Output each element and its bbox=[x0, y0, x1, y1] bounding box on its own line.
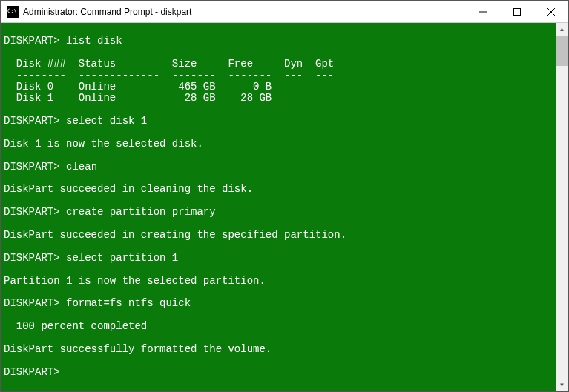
output-text: Partition 1 is now the selected partitio… bbox=[4, 275, 266, 287]
table-row: Disk 0 Online 465 GB 0 B bbox=[4, 81, 272, 93]
scroll-up-icon[interactable]: ▲ bbox=[556, 23, 568, 36]
minimize-icon bbox=[479, 8, 487, 16]
svg-rect-1 bbox=[514, 9, 521, 16]
prompt: DISKPART> bbox=[4, 366, 60, 378]
prompt: DISKPART> bbox=[4, 35, 60, 47]
close-button[interactable] bbox=[534, 1, 568, 23]
command-text: list disk bbox=[66, 35, 122, 47]
terminal[interactable]: DISKPART> list disk Disk ### Status Size… bbox=[1, 23, 556, 391]
progress-text: 100 percent completed bbox=[4, 320, 147, 332]
prompt: DISKPART> bbox=[4, 297, 60, 309]
terminal-area: DISKPART> list disk Disk ### Status Size… bbox=[1, 23, 568, 391]
cursor: _ bbox=[66, 366, 72, 378]
maximize-button[interactable] bbox=[500, 1, 534, 23]
prompt: DISKPART> bbox=[4, 115, 60, 127]
prompt: DISKPART> bbox=[4, 161, 60, 173]
command-text: select disk 1 bbox=[66, 115, 147, 127]
prompt: DISKPART> bbox=[4, 206, 60, 218]
command-text: create partition primary bbox=[66, 206, 216, 218]
table-divider: -------- ------------- ------- ------- -… bbox=[4, 70, 334, 82]
maximize-icon bbox=[513, 8, 521, 16]
scroll-down-icon[interactable]: ▼ bbox=[556, 379, 568, 391]
output-text: DiskPart successfully formatted the volu… bbox=[4, 343, 272, 355]
minimize-button[interactable] bbox=[466, 1, 500, 23]
vertical-scrollbar[interactable]: ▲ ▼ bbox=[556, 23, 568, 391]
window-title: Administrator: Command Prompt - diskpart bbox=[23, 7, 466, 17]
output-text: DiskPart succeeded in cleaning the disk. bbox=[4, 183, 253, 195]
titlebar: Administrator: Command Prompt - diskpart bbox=[1, 1, 568, 23]
command-text: clean bbox=[66, 161, 97, 173]
scroll-thumb[interactable] bbox=[556, 36, 568, 66]
table-header: Disk ### Status Size Free Dyn Gpt bbox=[4, 58, 334, 70]
close-icon bbox=[547, 8, 555, 16]
cmd-icon bbox=[7, 6, 19, 18]
command-text: select partition 1 bbox=[66, 252, 178, 264]
window-controls bbox=[466, 1, 568, 22]
output-text: Disk 1 is now the selected disk. bbox=[4, 138, 203, 150]
table-row: Disk 1 Online 28 GB 28 GB bbox=[4, 92, 272, 104]
command-text: format=fs ntfs quick bbox=[66, 297, 191, 309]
output-text: DiskPart succeeded in creating the speci… bbox=[4, 229, 346, 241]
prompt: DISKPART> bbox=[4, 252, 60, 264]
